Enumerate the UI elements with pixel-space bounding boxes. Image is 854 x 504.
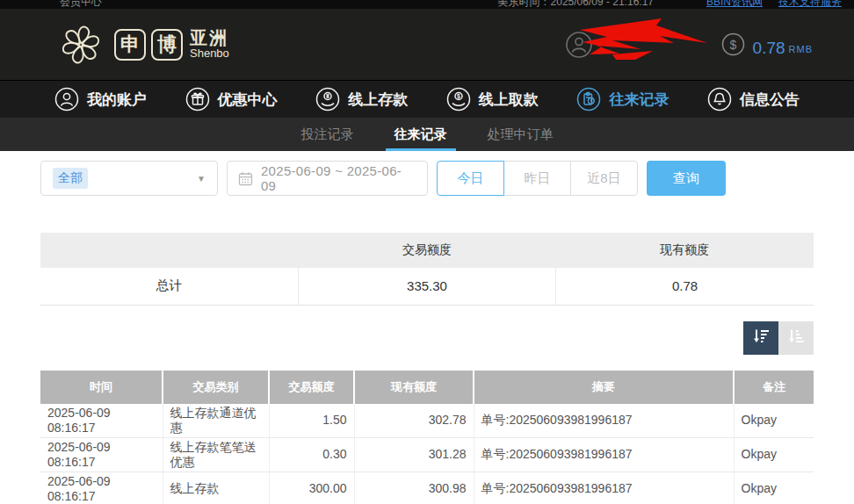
- sort-ascending-button[interactable]: [778, 321, 814, 355]
- nav-label: 线上存款: [348, 90, 408, 110]
- tech-support-link[interactable]: 技术支持服务: [778, 0, 842, 9]
- summary-total-row: 总计 335.30 0.78: [40, 268, 814, 305]
- logo-latin-label: Shenbo: [190, 47, 229, 60]
- summary-header-transaction-amount: 交易额度: [298, 233, 555, 268]
- cell-type: 线上存款笔笔送优惠: [163, 437, 269, 472]
- nav-item-my-account[interactable]: 我的账户: [54, 87, 147, 112]
- summary-header-empty: [40, 233, 298, 268]
- table-row: 2025-06-09 08:16:17 线上存款通道优惠 1.50 302.78…: [40, 404, 814, 438]
- calendar-icon: [238, 171, 253, 186]
- cell-summary: 单号:202506093981996187: [474, 472, 734, 504]
- nav-label: 我的账户: [87, 90, 147, 110]
- records-header-row: 时间 交易类别 交易额度 现有额度 摘要 备注: [40, 371, 814, 404]
- yesterday-button[interactable]: 昨日: [503, 161, 571, 196]
- topbar: 会员中心 美东时间：2025/06/09 - 21:16:17 BBIN资讯网 …: [0, 0, 854, 9]
- cell-time: 2025-06-09 08:16:17: [40, 437, 163, 472]
- wallet-balance[interactable]: $ 0.78 RMB: [721, 32, 813, 56]
- withdraw-icon: $: [446, 87, 471, 112]
- cell-amount: 0.30: [269, 437, 354, 472]
- redaction-scribble: [577, 16, 709, 64]
- quick-date-button-group: 今日 昨日 近8日: [437, 161, 638, 196]
- records-icon: [576, 87, 601, 112]
- shenbo-logo[interactable]: 申 博 亚洲 Shenbo: [56, 20, 229, 69]
- nav-item-deposit[interactable]: 线上存款: [315, 87, 408, 112]
- records-table: 时间 交易类别 交易额度 现有额度 摘要 备注 2025-06-09 08:16…: [40, 371, 814, 504]
- nav-label: 线上取款: [479, 90, 539, 110]
- tab-betting-records[interactable]: 投注记录: [301, 118, 354, 151]
- summary-header-current-amount: 现有额度: [556, 233, 814, 268]
- summary-current-amount: 0.78: [556, 268, 814, 305]
- summary-header-row: 交易额度 现有额度: [40, 233, 814, 268]
- search-button[interactable]: 查询: [647, 161, 726, 196]
- cell-type: 线上存款通道优惠: [163, 404, 269, 438]
- date-range-input[interactable]: 2025-06-09 ~ 2025-06-09: [227, 161, 428, 196]
- balance-amount: 0.78: [753, 40, 785, 56]
- sort-descending-icon: [751, 327, 771, 349]
- nav-item-announcements[interactable]: 信息公告: [707, 87, 800, 112]
- user-icon: [54, 87, 79, 112]
- deposit-icon: [315, 87, 340, 112]
- cell-amount: 300.00: [269, 472, 354, 504]
- col-header-amount: 交易额度: [269, 371, 354, 404]
- transaction-type-select[interactable]: 全部 ▼: [40, 161, 218, 196]
- user-account-area[interactable]: [565, 27, 697, 62]
- cell-type: 线上存款: [163, 472, 269, 504]
- cell-summary: 单号:202506093981996187: [474, 437, 734, 472]
- nav-label: 信息公告: [740, 90, 800, 110]
- summary-table: 交易额度 现有额度 总计 335.30 0.78: [40, 233, 814, 306]
- tab-transaction-records[interactable]: 往来记录: [394, 118, 447, 151]
- col-header-balance: 现有额度: [354, 371, 474, 404]
- last-8-days-button[interactable]: 近8日: [570, 161, 638, 196]
- logo-char-bo: 博: [151, 29, 183, 61]
- cell-balance: 301.28: [354, 437, 474, 472]
- cell-balance: 302.78: [354, 404, 474, 438]
- cell-time: 2025-06-09 08:16:17: [40, 472, 163, 504]
- chevron-down-icon: ▼: [197, 174, 206, 184]
- sort-ascending-icon: [786, 327, 806, 349]
- table-row: 2025-06-09 08:16:17 线上存款 300.00 300.98 单…: [40, 472, 814, 504]
- col-header-time: 时间: [40, 371, 163, 404]
- col-header-type: 交易类别: [163, 371, 269, 404]
- date-range-value: 2025-06-09 ~ 2025-06-09: [261, 163, 416, 193]
- col-header-note: 备注: [734, 371, 814, 404]
- filter-row: 全部 ▼ 2025-06-09 ~ 2025-06-09 今日 昨日 近8日 查…: [40, 161, 814, 196]
- gift-icon: [185, 87, 210, 112]
- sort-descending-button[interactable]: [743, 321, 778, 355]
- header: 申 博 亚洲 Shenbo $ 0.78 RMB: [0, 9, 854, 80]
- bell-icon: [707, 87, 732, 112]
- nav-item-withdraw[interactable]: $ 线上取款: [446, 87, 539, 112]
- selected-type-chip: 全部: [53, 168, 88, 189]
- cell-balance: 300.98: [354, 472, 474, 504]
- table-row: 2025-06-09 08:16:17 线上存款笔笔送优惠 0.30 301.2…: [40, 437, 814, 472]
- cell-note: Okpay: [734, 404, 814, 438]
- cell-note: Okpay: [734, 437, 814, 472]
- nav-label: 往来记录: [609, 90, 669, 110]
- today-button[interactable]: 今日: [437, 161, 504, 196]
- dollar-coin-icon: $: [721, 32, 745, 56]
- cell-summary: 单号:202506093981996187: [474, 404, 734, 438]
- eastern-time-label: 美东时间：2025/06/09 - 21:16:17: [498, 0, 654, 9]
- summary-total-label: 总计: [40, 268, 298, 305]
- cell-time: 2025-06-09 08:16:17: [40, 404, 163, 438]
- logo-char-shen: 申: [114, 29, 146, 61]
- cell-amount: 1.50: [269, 404, 354, 438]
- summary-transaction-amount: 335.30: [298, 268, 555, 305]
- flower-logo-icon: [56, 20, 105, 69]
- nav-item-promotions[interactable]: 优惠中心: [185, 87, 278, 112]
- bbin-info-link[interactable]: BBIN资讯网: [706, 0, 763, 9]
- sort-controls: [40, 321, 814, 355]
- sub-nav: 投注记录 往来记录 处理中订单: [0, 118, 854, 151]
- member-center-link[interactable]: 会员中心: [60, 0, 102, 9]
- nav-label: 优惠中心: [218, 90, 278, 110]
- svg-text:$: $: [729, 38, 736, 52]
- main-nav: 我的账户 优惠中心 线上存款: [0, 80, 854, 118]
- nav-item-transaction-records[interactable]: 往来记录: [576, 87, 669, 112]
- tab-pending-orders[interactable]: 处理中订单: [488, 118, 554, 151]
- logo-asia-label: 亚洲: [190, 28, 229, 47]
- svg-text:$: $: [457, 93, 460, 100]
- cell-note: Okpay: [734, 472, 814, 504]
- balance-currency: RMB: [789, 45, 813, 56]
- col-header-summary: 摘要: [474, 371, 734, 404]
